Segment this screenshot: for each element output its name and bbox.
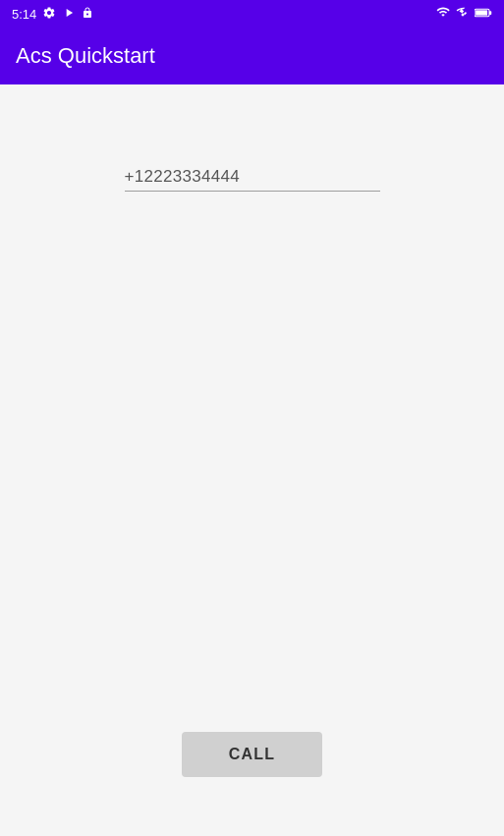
status-time: 5:14 bbox=[12, 7, 36, 22]
svg-rect-2 bbox=[476, 10, 487, 15]
battery-icon bbox=[475, 5, 492, 23]
svg-rect-1 bbox=[489, 11, 491, 15]
wifi-icon bbox=[435, 5, 451, 23]
settings-icon bbox=[42, 6, 56, 23]
phone-input-container bbox=[125, 163, 380, 192]
signal-icon bbox=[456, 5, 470, 23]
status-bar: 5:14 bbox=[0, 0, 504, 28]
call-button-container: CALL bbox=[0, 732, 504, 777]
app-bar: Acs Quickstart bbox=[0, 28, 504, 84]
main-content: CALL bbox=[0, 84, 504, 836]
phone-input[interactable] bbox=[125, 163, 380, 192]
status-bar-left: 5:14 bbox=[12, 6, 93, 23]
status-bar-right bbox=[435, 5, 492, 23]
media-play-icon bbox=[62, 6, 76, 23]
call-button[interactable]: CALL bbox=[182, 732, 322, 777]
security-icon bbox=[82, 6, 93, 23]
app-title: Acs Quickstart bbox=[16, 43, 155, 69]
